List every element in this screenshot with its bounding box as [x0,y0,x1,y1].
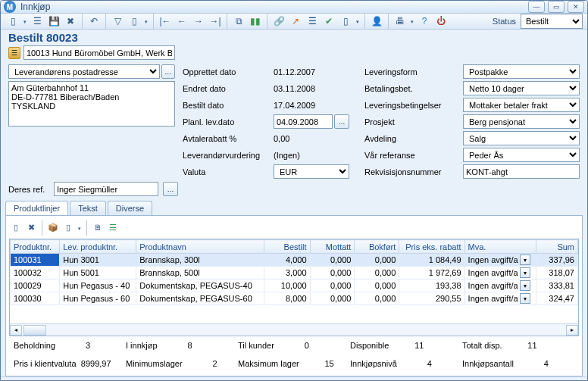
cell-produktnr[interactable]: 100030 [11,292,60,305]
cell-bokfort[interactable]: 0,000 [355,292,399,305]
prev-record-icon[interactable]: ← [174,14,189,29]
cell-bestilt[interactable]: 4,000 [264,254,310,267]
print-icon[interactable]: 🖶▾ [393,14,408,29]
cell-pris[interactable]: 290,55 [399,292,464,305]
cell-mottatt[interactable]: 0,000 [310,292,355,305]
line-search-icon[interactable]: ▯▾ [61,220,75,234]
address-type-select[interactable]: Leverandørens postadresse [8,64,160,79]
col-levproduktnr[interactable]: Lev. produktnr. [60,240,136,254]
filter-icon[interactable]: ▽ [110,14,125,29]
address-ellipsis-button[interactable]: … [161,64,175,79]
mva-dropdown-icon[interactable]: ▾ [520,293,530,304]
cell-bokfort[interactable]: 0,000 [355,254,399,267]
cell-sum[interactable]: 337,96 [536,254,578,267]
mva-dropdown-icon[interactable]: ▾ [520,280,530,291]
tab-tekst[interactable]: Tekst [70,201,106,215]
cell-bestilt[interactable]: 10,000 [264,280,310,292]
register-icon[interactable]: ☰ [305,14,320,29]
deres-ref-input[interactable] [54,182,158,196]
line-copy-icon[interactable]: 🗎 [91,220,105,234]
search-icon[interactable]: ▯▾ [127,14,142,29]
cell-produktnavn[interactable]: Dokumentskap, PEGASUS-60 [136,292,264,305]
col-produktnavn[interactable]: Produktnavn [136,240,264,254]
mva-dropdown-icon[interactable]: ▾ [520,267,530,278]
open-list-icon[interactable]: ☰ [30,14,45,29]
cell-mottatt[interactable]: 0,000 [310,280,355,292]
rekvisisjonsnummer-input[interactable] [463,164,580,179]
valuta-select[interactable]: EUR [274,164,349,179]
betalingsbet-select[interactable]: Netto 10 dager [463,81,580,95]
tab-diverse[interactable]: Diverse [108,201,152,215]
line-new-icon[interactable]: ▯ [9,220,23,234]
cell-bokfort[interactable]: 0,000 [355,280,399,292]
table-row[interactable]: 100032Hun 5001Brannskap, 500l3,0000,0000… [11,267,578,280]
save-icon[interactable]: 💾 [46,14,61,29]
approved-icon[interactable]: ✔ [321,14,336,29]
line-product-icon[interactable]: 📦 [46,220,60,234]
cell-produktnr[interactable]: 100029 [11,280,60,292]
planl-levdato-picker-button[interactable]: … [334,114,349,129]
scroll-left-icon[interactable]: ◂ [10,325,22,336]
last-record-icon[interactable]: →| [208,14,223,29]
tab-produktlinjer[interactable]: Produktlinjer [5,201,68,215]
table-row[interactable]: 100029Hun Pegasus - 40Dokumentskap, PEGA… [11,280,578,292]
col-sum[interactable]: Sum [536,240,578,254]
cell-mva[interactable]: Ingen avgift/a▾ [464,280,536,292]
link-icon[interactable]: 🔗 [271,14,286,29]
close-form-icon[interactable]: ⏻ [433,14,449,29]
planl-levdato-input[interactable] [274,114,333,129]
leveringsbetingelser-select[interactable]: Mottaker betaler frakt [463,98,580,112]
col-bestilt[interactable]: Bestilt [264,240,310,254]
col-mottatt[interactable]: Mottatt [310,240,355,254]
table-row[interactable]: 100031Hun 3001Brannskap, 300l4,0000,0000… [11,254,578,267]
leveringsform-select[interactable]: Postpakke [463,64,580,79]
first-record-icon[interactable]: |← [158,14,173,29]
deres-ref-ellipsis-button[interactable]: … [163,182,178,196]
address-textarea[interactable]: Am Güterbahnhof 11 DE-D-77781 Biberach/B… [8,81,175,126]
cell-sum[interactable]: 324,47 [536,292,578,305]
cell-produktnavn[interactable]: Brannskap, 300l [136,254,264,267]
delete-icon[interactable]: ✖ [63,14,78,29]
cell-bestilt[interactable]: 3,000 [264,267,310,280]
cell-produktnavn[interactable]: Brannskap, 500l [136,267,264,280]
vendor-card-icon[interactable]: ☰ [8,47,20,59]
col-bokfort[interactable]: Bokført [355,240,399,254]
col-pris[interactable]: Pris eks. rabatt [399,240,464,254]
cell-produktnr[interactable]: 100031 [11,254,60,267]
new-icon[interactable]: ▯▾ [5,14,20,29]
avdeling-select[interactable]: Salg [463,131,580,145]
cell-mva[interactable]: Ingen avgift/a▾ [464,292,536,305]
cell-levproduktnr[interactable]: Hun 5001 [60,267,136,280]
user-icon[interactable]: 👤 [369,14,384,29]
cell-sum[interactable]: 318,07 [536,267,578,280]
cell-mva[interactable]: Ingen avgift/a▾ [464,254,536,267]
line-delete-icon[interactable]: ✖ [24,220,38,234]
next-record-icon[interactable]: → [191,14,206,29]
cell-mottatt[interactable]: 0,000 [310,254,355,267]
undo-icon[interactable]: ↶ [86,14,102,29]
status-select[interactable]: Bestilt [521,14,583,29]
prosjekt-select[interactable]: Berg pensjonat [463,114,580,129]
cell-mottatt[interactable]: 0,000 [310,267,355,280]
minimize-button[interactable]: — [528,1,545,13]
cell-levproduktnr[interactable]: Hun 3001 [60,254,136,267]
close-button[interactable]: ✕ [568,1,584,13]
col-mva[interactable]: Mva. [464,240,536,254]
scroll-thumb[interactable] [23,325,46,336]
cell-bokfort[interactable]: 0,000 [355,267,399,280]
col-produktnr[interactable]: Produktnr. [11,240,60,254]
cell-produktnavn[interactable]: Dokumentskap, PEGASUS-40 [136,280,264,292]
mva-dropdown-icon[interactable]: ▾ [520,255,530,265]
table-row[interactable]: 100030Hun Pegasus - 60Dokumentskap, PEGA… [11,292,578,305]
vendor-input[interactable] [23,45,175,60]
cell-sum[interactable]: 333,81 [536,280,578,292]
cell-pris[interactable]: 193,38 [399,280,464,292]
cell-levproduktnr[interactable]: Hun Pegasus - 40 [60,280,136,292]
cell-pris[interactable]: 1 972,69 [399,267,464,280]
maximize-button[interactable]: ▭ [548,1,565,13]
transfer-icon[interactable]: ↗ [288,14,303,29]
var-referanse-select[interactable]: Peder Ås [463,148,580,162]
cell-pris[interactable]: 1 084,49 [399,254,464,267]
document-icon[interactable]: ▯▾ [338,14,353,29]
scroll-right-icon[interactable]: ▸ [566,325,578,336]
